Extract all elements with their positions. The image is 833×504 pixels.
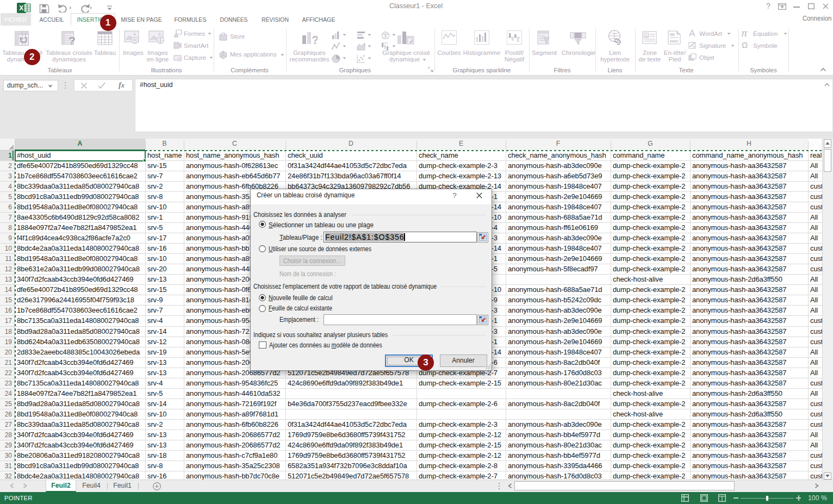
- svg-text:A: A: [645, 33, 648, 39]
- svg-text:?: ?: [69, 34, 76, 46]
- svg-text:?: ?: [312, 33, 318, 46]
- svg-text:X: X: [19, 4, 23, 12]
